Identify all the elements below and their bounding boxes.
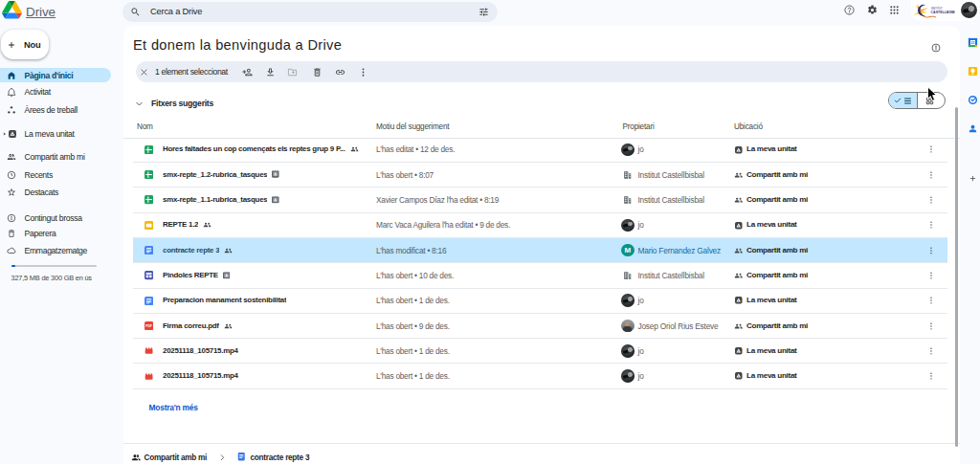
svg-text:INSTITUT: INSTITUT	[931, 6, 943, 10]
svg-text:CASTELLBISBAL: CASTELLBISBAL	[931, 11, 956, 14]
svg-text:31: 31	[970, 40, 975, 45]
svg-text:PDF: PDF	[145, 324, 152, 328]
